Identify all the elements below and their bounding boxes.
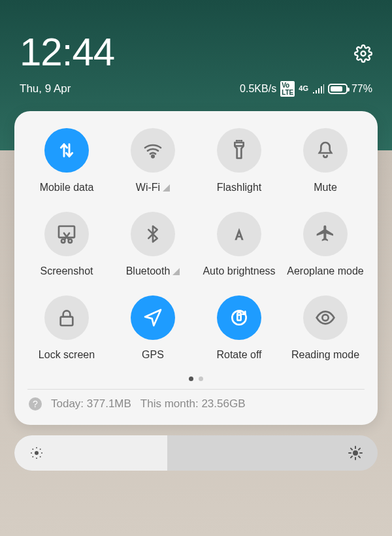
svg-point-1 [152, 156, 154, 158]
wifi-icon[interactable] [131, 128, 175, 173]
auto-brightness-icon[interactable] [217, 212, 261, 256]
tile-reading-mode[interactable]: Reading mode [282, 295, 368, 361]
tile-label: Flashlight [217, 182, 261, 193]
network-speed: 0.5KB/s [240, 83, 276, 95]
tile-gps[interactable]: GPS [110, 295, 196, 361]
svg-point-12 [31, 452, 32, 454]
quick-settings-panel: Mobile dataWi-FiFlashlightMuteScreenshot… [14, 111, 378, 425]
volte-badge: VoLTE [280, 81, 295, 97]
svg-point-17 [40, 456, 41, 458]
svg-point-14 [32, 448, 33, 450]
tile-screenshot[interactable]: Screenshot [24, 212, 110, 277]
svg-point-11 [36, 458, 37, 459]
tile-flashlight[interactable]: Flashlight [196, 128, 282, 193]
svg-point-15 [40, 448, 41, 450]
aeroplane-mode-icon[interactable] [303, 212, 348, 256]
tile-label: Reading mode [291, 349, 359, 361]
screenshot-icon[interactable] [44, 212, 89, 256]
network-type: 4G [299, 86, 308, 92]
svg-rect-7 [237, 315, 240, 320]
lock-screen-icon[interactable] [44, 295, 89, 340]
tile-bluetooth[interactable]: Bluetooth [110, 212, 196, 277]
mobile-data-icon[interactable] [44, 128, 89, 173]
svg-point-18 [353, 450, 358, 456]
tile-label: Screenshot [41, 265, 93, 277]
mute-icon[interactable] [303, 128, 348, 173]
tile-label: Bluetooth [126, 265, 171, 277]
svg-point-16 [32, 456, 33, 458]
gps-icon[interactable] [131, 295, 175, 340]
svg-rect-5 [61, 317, 73, 326]
page-indicator [24, 377, 368, 381]
settings-gear-icon[interactable] [354, 44, 372, 63]
bluetooth-icon[interactable] [131, 212, 175, 256]
svg-point-8 [322, 314, 328, 320]
tile-lock-screen[interactable]: Lock screen [24, 295, 110, 361]
status-bar-right: 0.5KB/s VoLTE 4G 77% [240, 81, 372, 97]
clock-time: 12:44 [20, 33, 114, 72]
tile-mobile-data[interactable]: Mobile data [24, 128, 110, 193]
tile-rotate-off[interactable]: Rotate off [196, 295, 282, 361]
pager-dot[interactable] [199, 377, 203, 381]
tile-mute[interactable]: Mute [282, 128, 368, 193]
data-usage-row[interactable]: ? Today: 377.1MB This month: 23.56GB [24, 390, 368, 414]
tile-label: Mute [314, 182, 337, 193]
date-text: Thu, 9 Apr [20, 82, 71, 95]
brightness-low-icon [29, 445, 44, 461]
tile-label: GPS [142, 349, 164, 361]
svg-point-13 [41, 452, 42, 454]
signal-triangle-icon [163, 184, 170, 192]
battery-icon [328, 84, 348, 94]
flashlight-icon[interactable] [217, 128, 261, 173]
tile-label: Auto brightness [203, 265, 275, 277]
svg-point-9 [35, 451, 39, 455]
tile-label: Lock screen [39, 349, 95, 361]
tile-label: Mobile data [40, 182, 94, 193]
pager-dot[interactable] [189, 377, 193, 381]
svg-point-0 [361, 52, 366, 56]
rotate-off-icon[interactable] [217, 295, 261, 340]
tile-label: Rotate off [216, 349, 261, 361]
help-icon: ? [29, 397, 42, 410]
reading-mode-icon[interactable] [303, 295, 348, 340]
data-usage-month: This month: 23.56GB [140, 397, 246, 410]
tile-aeroplane-mode[interactable]: Aeroplane mode [282, 212, 368, 277]
brightness-high-icon [348, 445, 363, 461]
tile-label: Aeroplane mode [287, 265, 363, 277]
tile-label: Wi-Fi [136, 182, 160, 193]
data-usage-today: Today: 377.1MB [51, 397, 131, 410]
tile-auto-brightness[interactable]: Auto brightness [196, 212, 282, 277]
signal-triangle-icon [172, 268, 180, 275]
cellular-signal-icon [312, 84, 324, 93]
battery-percent: 77% [351, 83, 372, 95]
brightness-slider[interactable] [14, 435, 378, 471]
svg-point-10 [36, 447, 37, 448]
tile-wifi[interactable]: Wi-Fi [110, 128, 196, 193]
